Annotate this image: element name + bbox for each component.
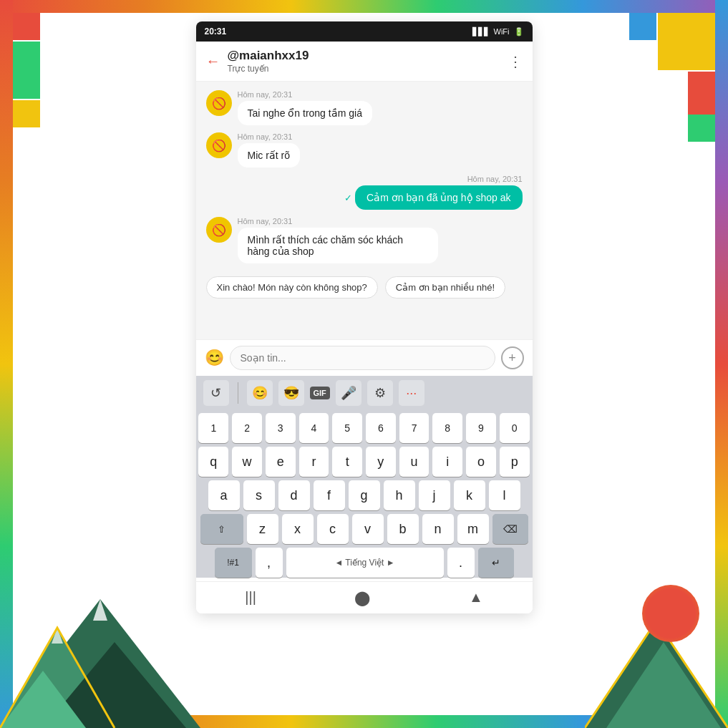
kb-key-b[interactable]: b — [387, 514, 419, 544]
msg-sent-row-3: ✓ Cảm ơn bạn đã ủng hộ shop ak — [344, 185, 522, 210]
kb-undo-button[interactable]: ↺ — [203, 380, 229, 406]
kb-key-h[interactable]: h — [384, 480, 415, 510]
quick-reply-0[interactable]: Xin chào! Món này còn không shop? — [206, 276, 378, 299]
msg-bubble-3: Cảm ơn bạn đã ủng hộ shop ak — [355, 185, 522, 210]
mountain-left — [0, 556, 200, 728]
more-options-button[interactable]: ⋮ — [508, 53, 523, 70]
kb-key-1[interactable]: 1 — [198, 413, 228, 443]
kb-key-m[interactable]: m — [457, 514, 489, 544]
avatar-1: 🚫 — [206, 90, 232, 116]
message-3: Hôm nay, 20:31 ✓ Cảm ơn bạn đã ủng hộ sh… — [206, 175, 523, 210]
kb-key-8[interactable]: 8 — [432, 413, 462, 443]
kb-key-9[interactable]: 9 — [466, 413, 496, 443]
deco-square-green2 — [13, 42, 40, 99]
kb-more-button[interactable]: ··· — [399, 380, 424, 406]
kb-shift-button[interactable]: ⇧ — [200, 514, 243, 544]
kb-key-f[interactable]: f — [314, 480, 345, 510]
kb-space-bar[interactable]: ◄ Tiếng Việt ► — [286, 548, 444, 578]
keyboard: 1 2 3 4 5 6 7 8 9 0 q w e r t y u i o p … — [196, 410, 533, 578]
kb-gif-button[interactable]: GIF — [310, 387, 330, 399]
sun-decoration — [642, 585, 699, 642]
deco-square-green — [688, 115, 715, 142]
nav-home-button[interactable]: ⬤ — [340, 586, 384, 609]
kb-settings-button[interactable]: ⚙ — [367, 380, 393, 406]
kb-key-x[interactable]: x — [282, 514, 314, 544]
kb-key-t[interactable]: t — [332, 447, 362, 477]
kb-key-a[interactable]: a — [208, 480, 240, 510]
deco-square-red2 — [13, 13, 40, 40]
kb-key-0[interactable]: 0 — [500, 413, 530, 443]
kb-period-key[interactable]: . — [447, 548, 475, 578]
back-button[interactable]: ← — [206, 53, 220, 69]
kb-key-p[interactable]: p — [500, 447, 530, 477]
battery-icon: 🔋 — [514, 27, 524, 37]
plus-icon: + — [508, 351, 516, 366]
kb-key-s[interactable]: s — [243, 480, 275, 510]
kb-key-w[interactable]: w — [232, 447, 262, 477]
status-time: 20:31 — [205, 26, 227, 37]
nav-menu-button[interactable]: ||| — [230, 586, 271, 609]
kb-key-2[interactable]: 2 — [232, 413, 262, 443]
deco-square-yellow2 — [13, 100, 40, 127]
kb-key-z[interactable]: z — [247, 514, 278, 544]
keyboard-toolbar: ↺ 😊 😎 GIF 🎤 ⚙ ··· — [196, 376, 533, 410]
msg-timestamp-4: Hôm nay, 20:31 — [238, 217, 438, 225]
message-2: 🚫 Hôm nay, 20:31 Mic rất rõ — [206, 132, 523, 168]
kb-key-j[interactable]: j — [419, 480, 450, 510]
avatar-icon-1: 🚫 — [212, 97, 226, 110]
kb-key-d[interactable]: d — [278, 480, 310, 510]
kb-key-e[interactable]: e — [266, 447, 296, 477]
kb-comma-key[interactable]: , — [256, 548, 283, 578]
kb-key-6[interactable]: 6 — [366, 413, 396, 443]
msg-bubble-2: Mic rất rõ — [238, 143, 301, 168]
status-icons: ▋▋▋ WiFi 🔋 — [472, 27, 524, 37]
avatar-icon-4: 🚫 — [212, 223, 226, 237]
kb-row-zxcv: ⇧ z x c v b n m ⌫ — [199, 514, 530, 544]
quick-replies: Xin chào! Món này còn không shop? Cảm ơn… — [206, 271, 523, 301]
kb-backspace-button[interactable]: ⌫ — [492, 514, 528, 544]
msg-timestamp-1: Hôm nay, 20:31 — [238, 90, 372, 99]
chat-header: ← @maianhxx19 Trực tuyến ⋮ — [196, 42, 533, 82]
msg-content-1: Hôm nay, 20:31 Tai nghe ổn trong tầm giá — [238, 90, 372, 125]
kb-enter-button[interactable]: ↵ — [478, 548, 514, 578]
msg-sent-inner-3: Hôm nay, 20:31 ✓ Cảm ơn bạn đã ủng hộ sh… — [344, 175, 522, 210]
kb-mic-button[interactable]: 🎤 — [336, 380, 361, 406]
kb-emoji-button[interactable]: 😊 — [247, 380, 273, 406]
kb-key-g[interactable]: g — [349, 480, 380, 510]
checkmark-icon: ✓ — [344, 193, 352, 203]
kb-special-button[interactable]: !#1 — [215, 548, 252, 578]
add-button[interactable]: + — [501, 346, 524, 369]
kb-key-o[interactable]: o — [466, 447, 496, 477]
chat-status: Trực tuyến — [228, 64, 309, 74]
kb-key-q[interactable]: q — [198, 447, 228, 477]
message-input[interactable] — [230, 346, 495, 370]
kb-key-r[interactable]: r — [299, 447, 329, 477]
quick-reply-1[interactable]: Cảm ơn bạn nhiều nhé! — [385, 276, 505, 299]
kb-key-l[interactable]: l — [489, 480, 520, 510]
msg-content-2: Hôm nay, 20:31 Mic rất rõ — [238, 132, 301, 168]
kb-sticker-button[interactable]: 😎 — [278, 380, 304, 406]
phone-screen: 20:31 ▋▋▋ WiFi 🔋 ← @maianhxx19 Trực tuyế… — [196, 21, 533, 613]
deco-square-blue — [629, 13, 656, 40]
msg-timestamp-2: Hôm nay, 20:31 — [238, 132, 301, 141]
emoji-button[interactable]: 😊 — [205, 349, 224, 367]
kb-key-n[interactable]: n — [422, 514, 454, 544]
message-input-bar: 😊 + — [196, 339, 533, 376]
kb-key-v[interactable]: v — [352, 514, 384, 544]
kb-key-i[interactable]: i — [432, 447, 462, 477]
nav-bar: ||| ⬤ ▲ — [196, 581, 533, 613]
msg-content-4: Hôm nay, 20:31 Mình rất thích các chăm s… — [238, 217, 438, 263]
kb-key-u[interactable]: u — [399, 447, 429, 477]
kb-key-c[interactable]: c — [317, 514, 349, 544]
kb-key-3[interactable]: 3 — [266, 413, 296, 443]
border-top — [0, 0, 728, 13]
nav-back-button[interactable]: ▲ — [455, 586, 498, 609]
message-1: 🚫 Hôm nay, 20:31 Tai nghe ổn trong tầm g… — [206, 90, 523, 125]
kb-key-k[interactable]: k — [454, 480, 485, 510]
kb-key-4[interactable]: 4 — [299, 413, 329, 443]
kb-key-5[interactable]: 5 — [332, 413, 362, 443]
kb-key-7[interactable]: 7 — [399, 413, 429, 443]
chat-messages-area: 🚫 Hôm nay, 20:31 Tai nghe ổn trong tầm g… — [196, 82, 533, 339]
kb-key-y[interactable]: y — [366, 447, 396, 477]
kb-row-qwerty: q w e r t y u i o p — [199, 447, 530, 477]
